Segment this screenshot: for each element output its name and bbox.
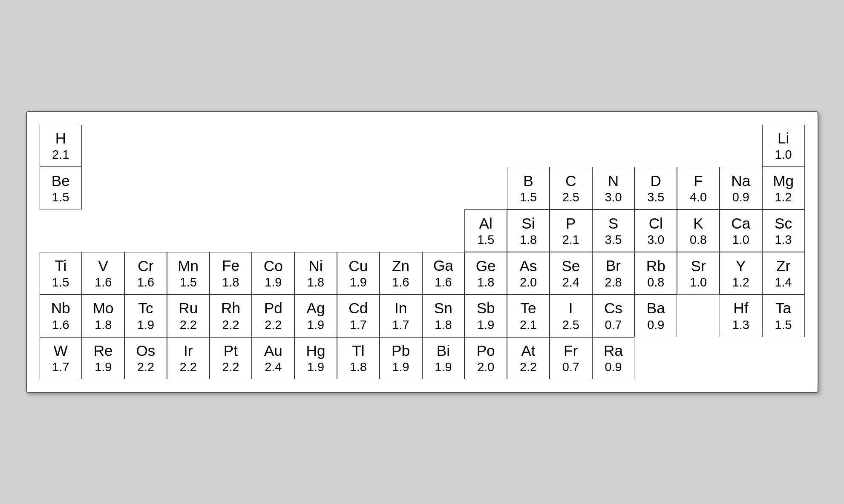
empty-cell-r2-c7 [252, 167, 294, 209]
empty-cell-r2-c5 [167, 167, 210, 209]
empty-cell-r3-c9 [294, 209, 337, 252]
empty-cell-r1-c13 [550, 125, 592, 167]
element-en-be: 1.5 [52, 190, 69, 205]
element-en-s: 3.5 [605, 232, 622, 247]
element-symbol-mn: Mn [178, 257, 199, 275]
element-en-fe: 1.8 [222, 275, 239, 290]
element-symbol-c: C [565, 172, 576, 190]
element-en-hf: 1.3 [732, 318, 749, 332]
element-symbol-ru: Ru [179, 299, 198, 317]
element-symbol-mg: Mg [773, 172, 794, 190]
element-symbol-s: S [608, 215, 618, 232]
element-en-br: 2.8 [605, 275, 622, 290]
periodic-table: H2.1Li1.0Be1.5B1.5C2.5N3.0D3.5F4.0Na0.9M… [26, 111, 818, 393]
element-symbol-n: N [608, 172, 619, 190]
element-en-ra: 0.9 [605, 360, 622, 375]
element-en-ta: 1.5 [775, 318, 792, 332]
element-as: As2.0 [507, 252, 550, 295]
element-nb: Nb1.6 [40, 295, 82, 337]
element-ra: Ra0.9 [592, 337, 635, 380]
element-symbol-tl: Tl [352, 342, 364, 360]
empty-cell-r1-c4 [167, 125, 210, 167]
element-en-po: 2.0 [477, 360, 494, 375]
element-ni: Ni1.8 [294, 252, 337, 295]
empty-cell-r1-c8 [337, 125, 380, 167]
element-k: K0.8 [677, 209, 720, 252]
element-en-ni: 1.8 [307, 275, 324, 290]
element-symbol-ra: Ra [604, 342, 623, 360]
element-c: C2.5 [550, 167, 592, 209]
element-ir: Ir2.2 [167, 337, 210, 380]
element-symbol-y: Y [736, 257, 746, 275]
empty-cell-r3-c10 [337, 209, 380, 252]
element-li: Li1.0 [762, 125, 805, 167]
element-symbol-cr: Cr [138, 257, 153, 275]
element-en-ba: 0.9 [647, 318, 664, 332]
element-symbol-tc: Tc [138, 299, 153, 317]
element-en-h: 2.1 [52, 147, 69, 162]
element-cl: Cl3.0 [634, 209, 677, 252]
element-symbol-rh: Rh [221, 299, 240, 317]
empty-cell-r1-c9 [380, 125, 422, 167]
element-en-au: 2.4 [265, 360, 282, 375]
element-mn: Mn1.5 [167, 252, 210, 295]
empty-cell-r1-c7 [294, 125, 337, 167]
empty-cell-r3-c6 [167, 209, 210, 252]
element-en-mn: 1.5 [180, 275, 197, 290]
empty-cell-r3-c7 [210, 209, 252, 252]
element-po: Po2.0 [464, 337, 507, 380]
element-sc: Sc1.3 [762, 209, 805, 252]
element-en-fr: 0.7 [562, 360, 579, 375]
element-b: B1.5 [507, 167, 550, 209]
empty-cell-r1-c5 [210, 125, 252, 167]
element-symbol-te: Te [520, 299, 536, 317]
element-symbol-ba: Ba [647, 299, 665, 317]
element-co: Co1.9 [252, 252, 294, 295]
element-en-cr: 1.6 [137, 275, 154, 290]
element-symbol-h: H [55, 129, 66, 147]
empty-cell-r3-c12 [422, 209, 465, 252]
element-ta: Ta1.5 [762, 295, 805, 337]
element-symbol-as: As [519, 257, 537, 275]
element-pt: Pt2.2 [210, 337, 252, 380]
element-mg: Mg1.2 [762, 167, 805, 209]
element-tc: Tc1.9 [124, 295, 167, 337]
element-symbol-be: Be [52, 172, 70, 190]
element-en-ti: 1.5 [52, 275, 69, 290]
element-symbol-ti: Ti [55, 257, 66, 275]
element-se: Se2.4 [550, 252, 592, 295]
element-symbol-ta: Ta [775, 299, 791, 317]
element-symbol-li: Li [778, 129, 789, 147]
empty-cell-r1-c3 [124, 125, 167, 167]
element-symbol-zr: Zr [776, 257, 790, 275]
element-symbol-fe: Fe [222, 257, 239, 275]
element-symbol-p: P [566, 215, 576, 232]
element-tl: Tl1.8 [337, 337, 380, 380]
element-en-v: 1.6 [95, 275, 112, 290]
empty-cell-r2-c10 [380, 167, 422, 209]
empty-cell-r3-c3 [40, 209, 82, 252]
element-en-k: 0.8 [690, 232, 707, 247]
element-en-ge: 1.8 [477, 275, 494, 290]
element-en-zr: 1.4 [775, 275, 792, 290]
empty-cell-r3-c4 [82, 209, 124, 252]
element-en-pd: 2.2 [265, 318, 282, 332]
element-symbol-bi: Bi [437, 342, 450, 360]
element-en-b: 1.5 [520, 190, 537, 205]
element-en-sn: 1.8 [435, 318, 452, 332]
element-n: N3.0 [592, 167, 635, 209]
element-os: Os2.2 [124, 337, 167, 380]
element-en-at: 2.2 [520, 360, 537, 375]
element-fe: Fe1.8 [210, 252, 252, 295]
empty-cell-r2-c12 [464, 167, 507, 209]
empty-cell-r2-c6 [210, 167, 252, 209]
element-symbol-cl: Cl [649, 215, 663, 232]
element-symbol-sb: Sb [477, 299, 495, 317]
element-f: F4.0 [677, 167, 720, 209]
empty-cell-r2-c11 [422, 167, 465, 209]
element-en-in: 1.7 [392, 318, 409, 332]
element-br: Br2.8 [592, 252, 635, 295]
element-symbol-cu: Cu [349, 257, 368, 275]
element-en-mg: 1.2 [775, 190, 792, 205]
element-in: In1.7 [380, 295, 422, 337]
